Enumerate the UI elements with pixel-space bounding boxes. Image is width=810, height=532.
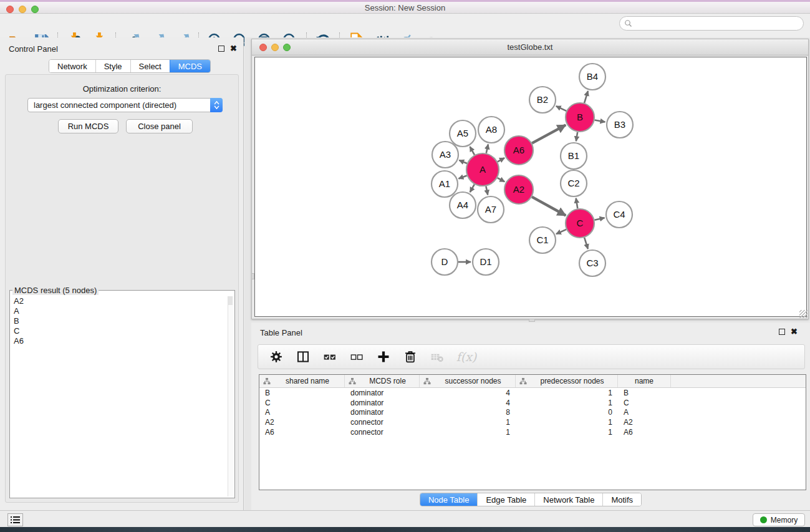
table-cell[interactable]: 1 — [516, 418, 618, 427]
table-row[interactable]: A2connector11A2 — [259, 417, 806, 427]
node-C2[interactable]: C2 — [561, 170, 587, 196]
show-columns-button[interactable] — [294, 347, 312, 366]
node-B1[interactable]: B1 — [561, 143, 587, 169]
edge-A6-B[interactable] — [532, 125, 566, 143]
edge-C-C3[interactable] — [584, 238, 588, 249]
network-window-titlebar[interactable]: testGlobe.txt — [252, 39, 808, 56]
panel-divider[interactable] — [244, 37, 251, 510]
tab-style[interactable]: Style — [95, 60, 130, 72]
mcds-result-item[interactable]: A6 — [11, 336, 233, 346]
node-A4[interactable]: A4 — [450, 192, 476, 218]
splitpane-handle[interactable] — [529, 319, 535, 322]
network-close-button[interactable] — [259, 44, 267, 51]
minimize-window-button[interactable] — [19, 6, 26, 13]
edge-A-A7[interactable] — [486, 186, 488, 195]
control-panel-close-button[interactable]: ✖ — [230, 46, 237, 52]
table-cell[interactable]: dominator — [345, 399, 420, 407]
table-cell[interactable]: A6 — [259, 428, 345, 437]
delete-column-button[interactable] — [401, 347, 420, 366]
tab-select[interactable]: Select — [130, 60, 170, 72]
edge-A-A1[interactable] — [458, 176, 466, 179]
result-scrollbar[interactable] — [228, 296, 233, 496]
table-cell[interactable]: dominator — [345, 389, 420, 397]
run-mcds-button[interactable]: Run MCDS — [58, 119, 118, 133]
table-cell[interactable]: A2 — [618, 418, 671, 427]
table-cell[interactable]: A2 — [259, 418, 345, 427]
edge-C-C4[interactable] — [594, 218, 604, 220]
node-table[interactable]: shared nameMCDS rolesuccessor nodesprede… — [259, 374, 806, 490]
edge-A2-C[interactable] — [532, 197, 566, 216]
column-header-MCDS-role[interactable]: MCDS role — [345, 375, 420, 387]
table-cell[interactable]: 4 — [420, 399, 516, 407]
mcds-result-item[interactable]: A — [11, 306, 233, 316]
select-all-button[interactable] — [321, 347, 339, 366]
edge-A-A4[interactable] — [470, 185, 475, 193]
zoom-window-button[interactable] — [31, 6, 39, 13]
node-A3[interactable]: A3 — [432, 142, 458, 168]
node-B3[interactable]: B3 — [607, 112, 633, 138]
deselect-all-button[interactable] — [347, 347, 366, 366]
node-A[interactable]: A — [466, 153, 499, 186]
table-cell[interactable]: 0 — [516, 408, 618, 417]
tab-node-table[interactable]: Node Table — [420, 493, 478, 506]
mcds-result-list[interactable]: A2ABCA6 — [11, 296, 233, 496]
node-A5[interactable]: A5 — [450, 120, 476, 147]
node-A8[interactable]: A8 — [478, 117, 504, 143]
close-panel-button[interactable]: Close panel — [126, 119, 193, 133]
splitpane-handle[interactable] — [251, 273, 254, 279]
node-B4[interactable]: B4 — [579, 64, 605, 90]
edge-C-C2[interactable] — [576, 198, 578, 209]
memory-button[interactable]: Memory — [753, 513, 805, 526]
node-B[interactable]: B — [566, 103, 594, 132]
table-cell[interactable]: C — [618, 399, 671, 407]
edge-B-B3[interactable] — [595, 120, 605, 122]
table-cell[interactable]: connector — [345, 428, 420, 437]
edge-A-A8[interactable] — [486, 144, 488, 153]
tab-network-table[interactable]: Network Table — [534, 493, 602, 506]
mcds-result-item[interactable]: A2 — [11, 296, 233, 306]
table-cell[interactable]: A — [618, 408, 671, 417]
criterion-dropdown[interactable]: largest connected component (directed) — [27, 98, 223, 112]
network-minimize-button[interactable] — [271, 44, 279, 51]
edge-A-A2[interactable] — [498, 178, 505, 181]
table-cell[interactable]: C — [259, 399, 345, 407]
edge-B-B1[interactable] — [576, 132, 577, 142]
node-A7[interactable]: A7 — [478, 196, 504, 223]
window-resize-grip[interactable] — [799, 310, 808, 318]
edge-A-A3[interactable] — [459, 160, 467, 163]
table-cell[interactable]: B — [259, 389, 345, 397]
tab-mcds[interactable]: MCDS — [170, 60, 210, 72]
column-header-shared-name[interactable]: shared name — [259, 375, 345, 387]
node-C3[interactable]: C3 — [579, 250, 605, 276]
table-cell[interactable]: 1 — [420, 418, 516, 427]
add-column-button[interactable] — [374, 347, 393, 366]
control-panel-float-button[interactable] — [218, 46, 224, 52]
table-cell[interactable]: 1 — [516, 389, 618, 397]
tab-network[interactable]: Network — [49, 60, 95, 72]
node-D1[interactable]: D1 — [473, 249, 499, 275]
column-header-successor-nodes[interactable]: successor nodes — [420, 375, 516, 387]
close-window-button[interactable] — [6, 6, 14, 13]
node-A6[interactable]: A6 — [504, 136, 533, 165]
task-history-button[interactable] — [7, 513, 23, 526]
network-zoom-button[interactable] — [283, 44, 291, 51]
tab-edge-table[interactable]: Edge Table — [477, 493, 534, 506]
table-cell[interactable]: B — [618, 389, 671, 397]
node-A2[interactable]: A2 — [504, 175, 533, 204]
tab-motifs[interactable]: Motifs — [602, 493, 641, 506]
table-panel-close-button[interactable]: ✖ — [791, 329, 798, 335]
node-C[interactable]: C — [566, 209, 594, 238]
search-box[interactable] — [619, 16, 804, 31]
network-canvas[interactable]: B4B2BB3A8A5A6A3B1AC2A1A2A4A7C4CC1C3DD1 — [254, 57, 807, 317]
edge-A-A6[interactable] — [498, 158, 504, 162]
column-header-predecessor-nodes[interactable]: predecessor nodes — [516, 375, 618, 387]
table-settings-button[interactable] — [267, 347, 286, 366]
node-C1[interactable]: C1 — [529, 227, 556, 253]
edge-B-B4[interactable] — [584, 91, 588, 103]
table-cell[interactable]: connector — [345, 418, 420, 427]
mcds-result-item[interactable]: B — [11, 316, 233, 326]
table-cell[interactable]: 4 — [420, 389, 516, 397]
node-A1[interactable]: A1 — [432, 171, 458, 197]
node-B2[interactable]: B2 — [529, 87, 556, 113]
mcds-result-item[interactable]: C — [11, 326, 233, 336]
